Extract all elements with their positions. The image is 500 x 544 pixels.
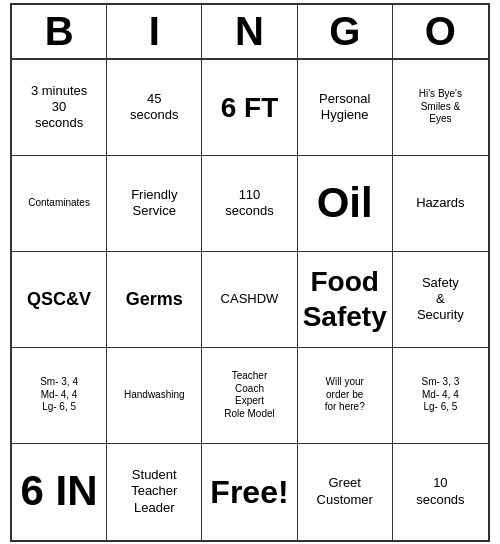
bingo-cell: 10 seconds bbox=[393, 444, 488, 540]
bingo-cell: Contaminates bbox=[12, 156, 107, 252]
header-letter: B bbox=[12, 5, 107, 58]
header-letter: N bbox=[202, 5, 297, 58]
cell-text: Sm- 3, 3 Md- 4, 4 Lg- 6, 5 bbox=[421, 376, 459, 414]
bingo-cell: Sm- 3, 4 Md- 4, 4 Lg- 6, 5 bbox=[12, 348, 107, 444]
cell-text: Will your order be for here? bbox=[325, 376, 365, 414]
cell-text: Food Safety bbox=[303, 264, 387, 334]
cell-text: 10 seconds bbox=[416, 475, 464, 508]
bingo-cell: Student Teacher Leader bbox=[107, 444, 202, 540]
header-letter: I bbox=[107, 5, 202, 58]
bingo-cell: Friendly Service bbox=[107, 156, 202, 252]
cell-text: Contaminates bbox=[28, 197, 90, 210]
cell-text: 45 seconds bbox=[130, 91, 178, 124]
bingo-cell: Hi's Bye's Smiles & Eyes bbox=[393, 60, 488, 156]
cell-text: CASHDW bbox=[221, 291, 279, 307]
bingo-cell: Will your order be for here? bbox=[298, 348, 393, 444]
bingo-cell: Food Safety bbox=[298, 252, 393, 348]
cell-text: 110 seconds bbox=[225, 187, 273, 220]
cell-text: Sm- 3, 4 Md- 4, 4 Lg- 6, 5 bbox=[40, 376, 78, 414]
cell-text: 3 minutes 30 seconds bbox=[31, 83, 87, 132]
cell-text: Greet Customer bbox=[317, 475, 373, 508]
cell-text: Handwashing bbox=[124, 389, 185, 402]
cell-text: Safety & Security bbox=[417, 275, 464, 324]
bingo-cell: QSC&V bbox=[12, 252, 107, 348]
bingo-cell: 3 minutes 30 seconds bbox=[12, 60, 107, 156]
cell-text: QSC&V bbox=[27, 288, 91, 311]
cell-text: 6 IN bbox=[21, 465, 98, 518]
bingo-header: BINGO bbox=[12, 5, 488, 60]
header-letter: G bbox=[298, 5, 393, 58]
cell-text: Student Teacher Leader bbox=[131, 467, 177, 516]
bingo-cell: Free! bbox=[202, 444, 297, 540]
bingo-grid: 3 minutes 30 seconds45 seconds6 FTPerson… bbox=[12, 60, 488, 540]
cell-text: Free! bbox=[210, 472, 288, 512]
bingo-cell: 6 IN bbox=[12, 444, 107, 540]
bingo-cell: Safety & Security bbox=[393, 252, 488, 348]
bingo-cell: Hazards bbox=[393, 156, 488, 252]
cell-text: Oil bbox=[317, 177, 373, 230]
bingo-card: BINGO 3 minutes 30 seconds45 seconds6 FT… bbox=[10, 3, 490, 542]
cell-text: Hi's Bye's Smiles & Eyes bbox=[419, 88, 462, 126]
cell-text: Hazards bbox=[416, 195, 464, 211]
bingo-cell: Sm- 3, 3 Md- 4, 4 Lg- 6, 5 bbox=[393, 348, 488, 444]
header-letter: O bbox=[393, 5, 488, 58]
bingo-cell: CASHDW bbox=[202, 252, 297, 348]
bingo-cell: Germs bbox=[107, 252, 202, 348]
bingo-cell: Oil bbox=[298, 156, 393, 252]
bingo-cell: Teacher Coach Expert Role Model bbox=[202, 348, 297, 444]
bingo-cell: 110 seconds bbox=[202, 156, 297, 252]
cell-text: Germs bbox=[126, 288, 183, 311]
bingo-cell: Handwashing bbox=[107, 348, 202, 444]
cell-text: Teacher Coach Expert Role Model bbox=[224, 370, 275, 420]
bingo-cell: 6 FT bbox=[202, 60, 297, 156]
bingo-cell: Personal Hygiene bbox=[298, 60, 393, 156]
cell-text: Friendly Service bbox=[131, 187, 177, 220]
bingo-cell: 45 seconds bbox=[107, 60, 202, 156]
cell-text: 6 FT bbox=[221, 90, 279, 125]
cell-text: Personal Hygiene bbox=[319, 91, 370, 124]
bingo-cell: Greet Customer bbox=[298, 444, 393, 540]
